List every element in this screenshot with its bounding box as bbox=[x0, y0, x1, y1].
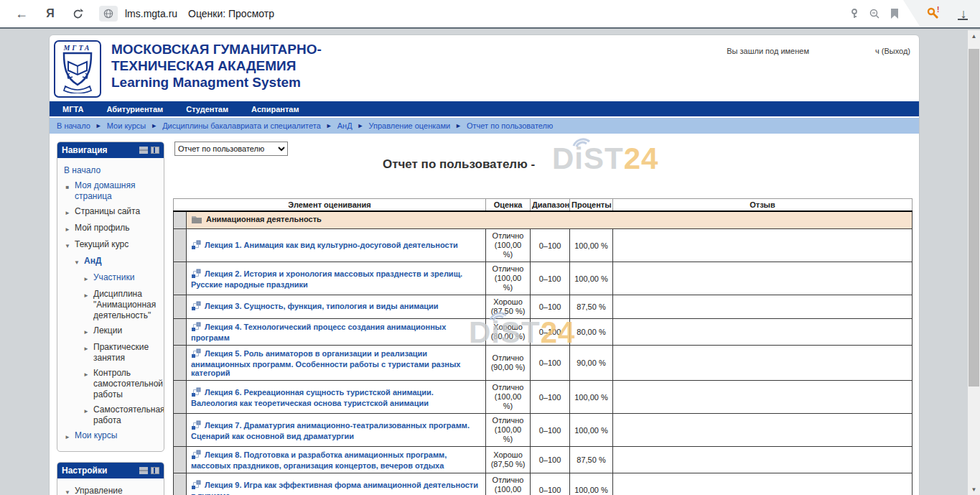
breadcrumb-link[interactable]: Дисциплины бакалавриата и специалитета bbox=[162, 121, 321, 130]
percent-cell: 100,00 % bbox=[570, 414, 613, 447]
sidebar-item[interactable]: ►Участники bbox=[64, 270, 161, 287]
sidebar-item[interactable]: ►Мой профиль bbox=[64, 221, 161, 237]
breadcrumb-link[interactable]: В начало bbox=[57, 121, 90, 130]
grade-value: Отлично bbox=[490, 231, 526, 241]
breadcrumb-link[interactable]: Управление оценками bbox=[369, 121, 451, 130]
lesson-icon bbox=[191, 480, 201, 491]
percent-cell: 100,00 % bbox=[570, 381, 613, 414]
sidebar-item[interactable]: ▼Управление оценками bbox=[64, 484, 161, 495]
col-header-percent: Проценты bbox=[570, 199, 613, 212]
sidebar-item[interactable]: ►Мои курсы bbox=[64, 428, 161, 445]
grade-item-link[interactable]: Лекция 1. Анимация как вид культурно-дос… bbox=[205, 240, 458, 249]
item-name-cell: Лекция 6. Рекреационная сущность туристс… bbox=[187, 381, 486, 414]
sidebar-item-label: Мои курсы bbox=[75, 430, 161, 441]
logo-abbreviation: МГТА bbox=[63, 44, 91, 52]
grade-row: Лекция 6. Рекреационная сущность туристс… bbox=[174, 381, 913, 414]
sidebar-item[interactable]: ▼АнД bbox=[64, 254, 161, 270]
grade-percent-value: (90,00 %) bbox=[490, 363, 526, 372]
sidebar-item[interactable]: ▼Текущий курс bbox=[64, 237, 161, 254]
page-scrollbar[interactable]: ▲ ▼ bbox=[968, 30, 980, 495]
breadcrumb-link[interactable]: Отчет по пользователю bbox=[467, 121, 553, 130]
grade-percent-value: (87,50 %) bbox=[490, 307, 526, 316]
grade-item-link[interactable]: Лекция 3. Сущность, функция, типология и… bbox=[205, 302, 439, 310]
category-row: Анимационная деятельность bbox=[174, 211, 913, 229]
back-icon[interactable]: ← bbox=[13, 5, 30, 22]
navigation-tree: В начало■Моя домашняя страница►Страницы … bbox=[57, 158, 164, 451]
password-alert-key-icon[interactable]: ! bbox=[925, 5, 942, 22]
collapse-block-icon[interactable] bbox=[139, 147, 148, 154]
item-name-cell: Лекция 8. Подготовка и разработка анимац… bbox=[187, 447, 486, 473]
sidebar-item-label: Участники bbox=[93, 272, 161, 283]
feedback-cell bbox=[613, 319, 913, 346]
nav-item[interactable]: Студентам bbox=[186, 105, 228, 114]
item-name-cell: Лекция 7. Драматургия анимационно-театра… bbox=[187, 414, 486, 447]
grade-item-link[interactable]: Лекция 4. Технологический процесс создан… bbox=[191, 323, 446, 342]
sidebar-item[interactable]: ►Страницы сайта bbox=[64, 204, 161, 221]
expand-icon: ► bbox=[64, 430, 71, 443]
grade-percent-value: (80,00 %) bbox=[490, 332, 526, 341]
table-header-row: Элемент оценивания Оценка Диапазон Проце… bbox=[174, 199, 913, 212]
collapse-block-icon[interactable] bbox=[139, 467, 148, 474]
screen: ← Я lms.mgta.ru Оценки: Просмотр ! ↓ ▲ ▼ bbox=[0, 0, 980, 495]
grade-item-link[interactable]: Лекция 6. Рекреационная сущность туристс… bbox=[191, 387, 434, 407]
academy-logo: МГТА bbox=[54, 40, 101, 98]
key-icon[interactable] bbox=[846, 5, 863, 22]
expand-icon: ► bbox=[83, 325, 90, 338]
nav-item[interactable]: МГТА bbox=[62, 105, 83, 114]
dock-block-icon[interactable] bbox=[151, 467, 159, 474]
grade-item-link[interactable]: Лекция 9. Игра как эффективная форма ани… bbox=[191, 480, 478, 495]
breadcrumb-link[interactable]: Мои курсы bbox=[107, 121, 146, 130]
download-icon[interactable]: ↓ bbox=[955, 5, 972, 22]
dock-block-icon[interactable] bbox=[151, 147, 159, 154]
url-text[interactable]: lms.mgta.ru bbox=[125, 8, 177, 19]
bullet-icon: ■ bbox=[64, 180, 71, 193]
settings-block: Настройки ▼Управление оценкамиОбзорный о… bbox=[57, 462, 164, 495]
percent-cell: 90,00 % bbox=[570, 346, 613, 381]
sidebar-item-label: Самостоятельная работа bbox=[93, 404, 164, 426]
nav-item[interactable]: Аспирантам bbox=[251, 105, 299, 114]
grade-row: Лекция 2. История и хронология массовых … bbox=[174, 262, 913, 295]
grade-item-link[interactable]: Лекция 2. История и хронология массовых … bbox=[191, 269, 462, 288]
logout-link[interactable]: ч (Выход) bbox=[875, 47, 910, 55]
bookmark-icon[interactable] bbox=[886, 5, 903, 22]
grade-row: Лекция 1. Анимация как вид культурно-дос… bbox=[174, 229, 913, 262]
yandex-logo-icon[interactable]: Я bbox=[42, 5, 59, 22]
item-name-cell: Лекция 1. Анимация как вид культурно-дос… bbox=[187, 229, 486, 262]
refresh-icon[interactable] bbox=[69, 5, 86, 22]
sidebar-item[interactable]: ►Дисциплина "Анимационная деятельность" bbox=[64, 287, 161, 323]
report-type-select[interactable]: Отчет по пользователю bbox=[174, 142, 288, 156]
nav-item[interactable]: Абитуриентам bbox=[106, 105, 163, 114]
sidebar-item-label: Текущий курс bbox=[75, 239, 161, 250]
grade-cell: Отлично(90,00 %) bbox=[486, 346, 531, 381]
indent-cell bbox=[174, 414, 187, 447]
sidebar-item[interactable]: ►Лекции bbox=[64, 323, 161, 340]
indent-cell bbox=[174, 229, 187, 262]
collapse-icon: ▼ bbox=[73, 256, 80, 268]
grade-item-link[interactable]: Лекция 8. Подготовка и разработка анимац… bbox=[191, 450, 447, 470]
grade-item-link[interactable]: Лекция 7. Драматургия анимационно-театра… bbox=[191, 420, 470, 440]
login-prefix: Вы зашли под именем bbox=[727, 47, 809, 55]
item-name-cell: Лекция 4. Технологический процесс создан… bbox=[187, 319, 486, 346]
site-header: МГТА МОСКОВСКАЯ ГУМАНИТАРНО- ТЕХНИЧЕСКАЯ… bbox=[50, 35, 919, 101]
grade-cell: Отлично(100,00 %) bbox=[486, 229, 531, 262]
sidebar-item[interactable]: ■Моя домашняя страница bbox=[64, 178, 161, 204]
lesson-icon bbox=[191, 301, 201, 313]
grade-cell: Хорошо(87,50 %) bbox=[486, 447, 531, 473]
sidebar-item[interactable]: ►Самостоятельная работа bbox=[64, 402, 161, 428]
sidebar-item[interactable]: ►Контроль самостоятельной работы bbox=[64, 366, 161, 402]
grade-value: Хорошо bbox=[490, 297, 526, 307]
zoom-icon[interactable] bbox=[866, 5, 883, 22]
site-content: МГТА МОСКОВСКАЯ ГУМАНИТАРНО- ТЕХНИЧЕСКАЯ… bbox=[49, 34, 920, 495]
scroll-up-icon[interactable]: ▲ bbox=[968, 30, 980, 42]
feedback-cell bbox=[613, 346, 913, 381]
percent-cell: 80,00 % bbox=[570, 319, 613, 346]
site-title: МОСКОВСКАЯ ГУМАНИТАРНО- ТЕХНИЧЕСКАЯ АКАД… bbox=[111, 41, 322, 91]
expand-icon: ► bbox=[83, 404, 90, 417]
item-name-cell: Лекция 3. Сущность, функция, типология и… bbox=[187, 295, 486, 319]
grade-item-link[interactable]: Лекция 5. Роль аниматоров в организации … bbox=[191, 349, 461, 377]
breadcrumb-link[interactable]: АнД bbox=[337, 121, 353, 130]
sidebar-item[interactable]: ►Практические занятия bbox=[64, 340, 161, 366]
scrollbar-thumb[interactable] bbox=[969, 49, 979, 387]
scroll-down-icon[interactable]: ▼ bbox=[968, 484, 980, 495]
site-title-line3: Learning Managment System bbox=[111, 74, 322, 91]
